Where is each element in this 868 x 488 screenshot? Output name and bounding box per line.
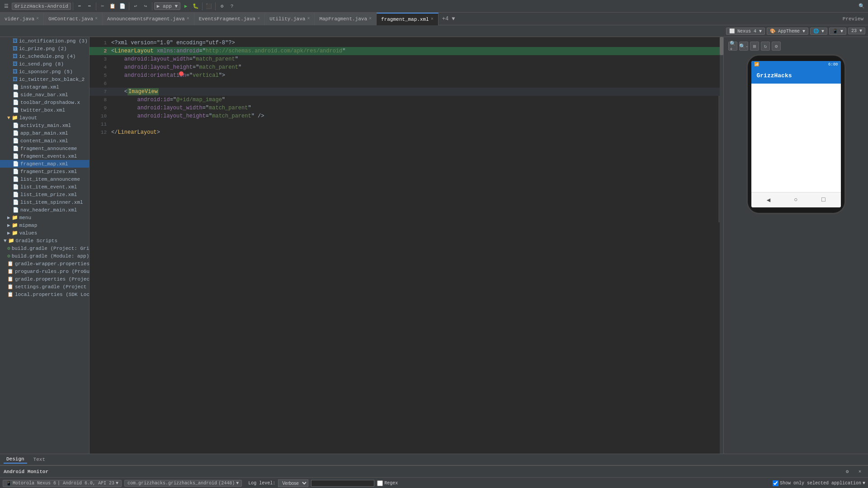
sidebar-item-list-announce[interactable]: 📄 list_item_announceme <box>0 175 89 183</box>
tab-vider-close[interactable]: × <box>36 16 39 21</box>
bottom-settings-icon[interactable]: ⚙ <box>843 467 852 476</box>
tab-mapfragment[interactable]: MapFragment.java × <box>315 13 377 25</box>
tab-more-button[interactable]: +4 ▼ <box>439 16 459 22</box>
design-tab[interactable]: Design <box>4 455 27 464</box>
undo-icon[interactable]: ↩ <box>131 2 140 11</box>
fit-icon[interactable]: ⊞ <box>750 42 759 51</box>
cut-icon[interactable]: ✂ <box>98 2 107 11</box>
settings-icon[interactable]: ⚙ <box>217 2 226 11</box>
settings-preview-icon[interactable]: ⚙ <box>772 42 781 51</box>
rotate-icon[interactable]: ↻ <box>761 42 770 51</box>
sidebar-item-values[interactable]: ▶ 📁 values <box>0 229 89 237</box>
sidebar-item-app-bar[interactable]: 📄 app_bar_main.xml <box>0 129 89 137</box>
sidebar-item-build-project[interactable]: ⚙ build.gradle (Project: GrizzH <box>0 244 89 252</box>
sidebar-item-layout-folder[interactable]: ▼ 📁 layout <box>0 114 89 122</box>
redo-icon[interactable]: ↪ <box>141 2 150 11</box>
tab-announcements-close[interactable]: × <box>187 16 189 21</box>
sidebar-item-list-prize[interactable]: 📄 list_item_prize.xml <box>0 191 89 198</box>
run-icon[interactable]: ▶ <box>181 2 190 11</box>
count-selector[interactable]: 23 ▼ <box>848 28 865 34</box>
back-icon[interactable]: ⬅ <box>75 2 84 11</box>
sidebar-item-build-module[interactable]: ⚙ build.gradle (Module: app) <box>0 252 89 260</box>
project-badge[interactable]: GrizzHacks-Android <box>12 3 71 10</box>
regex-checkbox[interactable] <box>377 480 383 486</box>
sidebar-item-ic-sponsor[interactable]: 🖼 ic_sponsor.png (5) <box>0 68 89 75</box>
sidebar-item-fragment-events[interactable]: 📄 fragment_events.xml <box>0 152 89 160</box>
zoom-out-icon[interactable]: 🔍- <box>739 42 748 51</box>
editor-area[interactable]: 1 <?xml version="1.0" encoding="utf-8"?>… <box>90 37 723 454</box>
apptheme-selector[interactable]: 🎨 AppTheme ▼ <box>767 28 808 35</box>
recent-button[interactable]: □ <box>821 196 825 204</box>
sidebar-item-ic-send[interactable]: 🖼 ic_send.png (8) <box>0 60 89 68</box>
tab-ghcontract-close[interactable]: × <box>95 16 98 21</box>
sidebar-item-settings-gradle[interactable]: 📋 settings.gradle (Project Setti <box>0 283 89 291</box>
regex-label[interactable]: Regex <box>377 480 398 486</box>
device-selector-btn[interactable]: 📱 Motorola Nexus 6 | Android 6.0, API 23… <box>3 480 122 487</box>
tab-ghcontract[interactable]: GHContract.java × <box>44 13 103 25</box>
home-button[interactable]: ○ <box>794 196 797 204</box>
sidebar-item-local-props[interactable]: 📋 local.properties (SDK Location <box>0 291 89 298</box>
sidebar-item-list-event[interactable]: 📄 list_item_event.xml <box>0 183 89 191</box>
tab-vider[interactable]: vider.java × <box>0 13 44 25</box>
sidebar-item-fragment-announce[interactable]: 📄 fragment_announceme <box>0 145 89 152</box>
show-only-checkbox[interactable] <box>773 480 778 486</box>
tab-fragment-map[interactable]: fragment_map.xml × <box>377 13 439 25</box>
sidebar-item-proguard[interactable]: 📋 proguard-rules.pro (ProGuar <box>0 267 89 275</box>
log-level-select[interactable]: Verbose Debug Info Warn Error <box>278 479 308 487</box>
editor-scrollbar-thumb[interactable] <box>720 37 723 55</box>
stop-icon[interactable]: ⬛ <box>204 2 213 11</box>
help-icon[interactable]: ? <box>227 2 236 11</box>
sidebar-item-gradle-wrapper[interactable]: 📋 gradle-wrapper.properties (6 <box>0 260 89 267</box>
package-selector-btn[interactable]: com.grizzhacks.grizzhacks_android (2448)… <box>124 480 242 487</box>
tab-announcements[interactable]: AnnouncementsFragment.java × <box>103 13 194 25</box>
sidebar-item-ic-prize[interactable]: 🖼 ic_prize.png (2) <box>0 45 89 52</box>
sidebar-item-twitter[interactable]: 🖼 ic_twitter_box_black_2 <box>0 75 89 83</box>
tab-fragment-map-close[interactable]: × <box>431 17 434 22</box>
editor-scrollbar-track[interactable] <box>720 37 723 454</box>
zoom-in-icon[interactable]: 🔍+ <box>728 42 737 51</box>
back-button[interactable]: ◀ <box>767 196 770 204</box>
bottom-close-icon[interactable]: × <box>855 467 864 476</box>
sidebar-item-instagram[interactable]: 📄 instagram.xml <box>0 83 89 91</box>
forward-icon[interactable]: ➡ <box>85 2 94 11</box>
sidebar-item-twitter-box[interactable]: 📄 twitter_box.xml <box>0 106 89 114</box>
sidebar-item-fragment-prizes[interactable]: 📄 fragment_prizes.xml <box>0 168 89 175</box>
sidebar-item-list-spinner[interactable]: 📄 list_item_spinner.xml <box>0 198 89 206</box>
sidebar-item-gradle-scripts[interactable]: ▼ 📁 Gradle Scripts <box>0 237 89 244</box>
search-icon[interactable]: 🔍 <box>857 2 866 11</box>
copy-icon[interactable]: 📋 <box>108 2 117 11</box>
sidebar-item-content-main[interactable]: 📄 content_main.xml <box>0 137 89 145</box>
debug-icon[interactable]: 🐛 <box>191 2 200 11</box>
run-dropdown[interactable]: ▶ app ▼ <box>154 2 180 10</box>
tab-events-close[interactable]: × <box>257 16 260 21</box>
tab-events-label: EventsFragment.java <box>199 16 255 22</box>
show-only-dropdown[interactable]: ▼ <box>863 481 865 486</box>
file-tab-bar: vider.java × GHContract.java × Announcem… <box>0 13 868 25</box>
log-search-input[interactable] <box>311 480 374 487</box>
tab-utility-close[interactable]: × <box>307 16 310 21</box>
sidebar-item-gradle-props[interactable]: 📋 gradle.properties (Project Pro <box>0 275 89 283</box>
sidebar-item-mipmap[interactable]: ▶ 📁 mipmap <box>0 221 89 229</box>
api-selector[interactable]: 📱 ▼ <box>829 28 846 35</box>
sidebar-item-nav-header[interactable]: 📄 nav_header_main.xml <box>0 206 89 214</box>
logcat-toolbar: 📱 Motorola Nexus 6 | Android 6.0, API 23… <box>0 478 868 488</box>
sidebar-item-fragment-map[interactable]: 📄 fragment_map.xml <box>0 160 89 168</box>
sidebar-item-side-nav[interactable]: 📄 side_nav_bar.xml <box>0 91 89 99</box>
toolbar-sep-4 <box>152 2 152 10</box>
sidebar-item-ic-notification[interactable]: 🖼 ic_notification.png (3) <box>0 37 89 45</box>
show-only-label[interactable]: Show only selected application ▼ <box>773 480 865 486</box>
image-icon-2: 🖼 <box>13 46 18 52</box>
tab-mapfragment-close[interactable]: × <box>369 16 372 21</box>
text-tab[interactable]: Text <box>31 456 48 463</box>
sidebar-item-ic-schedule[interactable]: 🖼 ic_schedule.png (4) <box>0 52 89 60</box>
nexus-selector[interactable]: ⬜ Nexus 4 ▼ <box>726 28 765 35</box>
locale-selector[interactable]: 🌐 ▼ <box>810 28 827 35</box>
paste-icon[interactable]: 📄 <box>118 2 127 11</box>
sidebar-item-activity-main[interactable]: 📄 activity_main.xml <box>0 122 89 129</box>
tab-utility[interactable]: Utility.java × <box>265 13 315 25</box>
sidebar-item-toolbar[interactable]: 📄 toolbar_dropshadow.x <box>0 99 89 106</box>
sidebar-item-menu[interactable]: ▶ 📁 menu <box>0 214 89 221</box>
tab-events[interactable]: EventsFragment.java × <box>194 13 265 25</box>
preview-tab[interactable]: Preview <box>838 16 868 22</box>
menu-icon[interactable]: ☰ <box>2 2 11 11</box>
